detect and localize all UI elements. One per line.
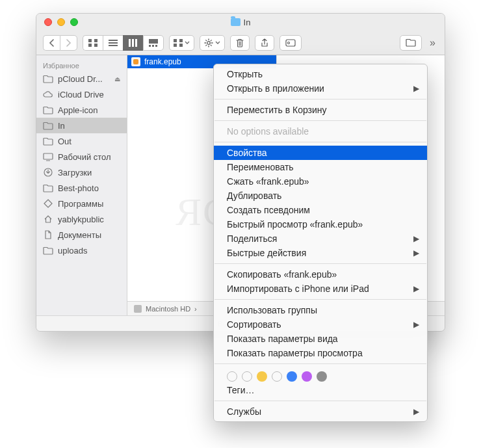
column-view-button[interactable] <box>123 35 143 51</box>
svg-rect-28 <box>44 153 53 159</box>
tags-button[interactable] <box>280 35 302 51</box>
folder-icon <box>231 18 240 26</box>
svg-rect-2 <box>88 44 92 47</box>
file-name: frank.epub <box>144 57 181 66</box>
sidebar-item[interactable]: Программы <box>36 196 127 211</box>
submenu-arrow-icon: ▶ <box>413 84 419 93</box>
sidebar-item[interactable]: iCloud Drive <box>36 86 127 102</box>
action-button[interactable] <box>200 35 225 51</box>
svg-line-26 <box>205 44 207 46</box>
disk-icon <box>134 305 142 313</box>
gallery-view-button[interactable] <box>143 35 164 51</box>
back-button[interactable] <box>43 35 60 51</box>
tag-color-dot[interactable] <box>317 371 327 382</box>
menu-item-label: Быстрый просмотр «frank.epub» <box>227 219 363 230</box>
menu-item-label: Открыть <box>227 69 263 79</box>
sidebar-item-label: Apple-icon <box>58 105 98 115</box>
new-folder-button[interactable] <box>400 35 422 51</box>
toolbar-overflow-button[interactable]: » <box>427 37 438 49</box>
sidebar-item-icon <box>43 89 53 99</box>
list-view-button[interactable] <box>103 35 123 51</box>
eject-icon[interactable]: ⏏ <box>114 75 120 83</box>
tag-color-dot[interactable] <box>287 371 297 382</box>
arrange-button[interactable] <box>169 35 194 51</box>
svg-rect-12 <box>152 45 154 47</box>
menu-item-label: Переименовать <box>227 162 294 172</box>
menu-item-label: Сортировать <box>227 319 281 330</box>
sidebar-item[interactable]: Best-photo <box>36 180 127 196</box>
menu-item-label: Показать параметры вида <box>227 334 338 344</box>
menu-item-label: Использовать группы <box>227 305 317 315</box>
menu-separator <box>214 299 426 300</box>
menu-item[interactable]: Теги… <box>214 383 427 397</box>
share-button[interactable] <box>255 35 274 51</box>
menu-item[interactable]: Открыть в приложении▶ <box>214 81 427 96</box>
sidebar-item[interactable]: Документы <box>36 227 127 243</box>
menu-item[interactable]: Скопировать «frank.epub» <box>214 267 427 282</box>
menu-item[interactable]: Дублировать <box>214 189 427 203</box>
path-root: Macintosh HD <box>146 305 190 313</box>
menu-item[interactable]: Свойства <box>214 146 427 160</box>
menu-item-label: Поделиться <box>227 233 277 244</box>
sidebar-item[interactable]: Загрузки <box>36 165 127 180</box>
menu-item[interactable]: Показать параметры вида <box>214 332 427 346</box>
svg-rect-14 <box>174 39 177 42</box>
submenu-arrow-icon: ▶ <box>413 248 419 257</box>
menu-item-label: Быстрые действия <box>227 248 306 258</box>
path-chevron: › <box>194 305 197 313</box>
menu-item: No options available <box>214 124 427 138</box>
sidebar-item[interactable]: Рабочий стол <box>36 149 127 165</box>
tag-color-dot[interactable] <box>302 371 312 382</box>
svg-rect-10 <box>149 39 158 44</box>
sidebar-item[interactable]: pCloud Dr...⏏ <box>36 71 127 86</box>
sidebar-item[interactable]: Apple-icon <box>36 102 127 118</box>
submenu-arrow-icon: ▶ <box>413 320 419 329</box>
menu-item[interactable]: Сортировать▶ <box>214 317 427 332</box>
svg-rect-7 <box>129 39 131 47</box>
sidebar-item-label: Программы <box>58 199 103 209</box>
toolbar: » <box>36 31 445 55</box>
menu-item-label: Службы <box>227 406 261 417</box>
submenu-arrow-icon: ▶ <box>413 284 419 293</box>
svg-rect-4 <box>109 40 118 41</box>
svg-line-25 <box>211 40 212 41</box>
tag-color-dot[interactable] <box>242 371 252 382</box>
menu-item-label: Теги… <box>227 385 254 395</box>
menu-item[interactable]: Сжать «frank.epub» <box>214 174 427 189</box>
sidebar-item-label: Документы <box>58 230 101 240</box>
tag-color-dot[interactable] <box>257 371 267 382</box>
sidebar-item[interactable]: yablykpublic <box>36 211 127 227</box>
icon-view-button[interactable] <box>83 35 103 51</box>
trash-button[interactable] <box>230 35 250 51</box>
sidebar-item-label: In <box>58 121 65 131</box>
sidebar-item-icon <box>43 183 53 193</box>
menu-item[interactable]: Переместить в Корзину <box>214 103 427 117</box>
menu-item[interactable]: Быстрые действия▶ <box>214 246 427 260</box>
menu-item[interactable]: Открыть <box>214 67 427 81</box>
sidebar-item[interactable]: Out <box>36 133 127 149</box>
forward-button[interactable] <box>60 35 77 51</box>
sidebar-item-icon <box>43 152 53 162</box>
sidebar-item-icon <box>43 245 53 256</box>
menu-item[interactable]: Службы▶ <box>214 404 427 419</box>
menu-item-label: Дублировать <box>227 191 281 201</box>
tag-color-dot[interactable] <box>227 371 237 382</box>
sidebar-item[interactable]: In <box>36 118 127 133</box>
menu-item[interactable]: Поделиться▶ <box>214 231 427 246</box>
tag-color-dot[interactable] <box>272 371 282 382</box>
sidebar: Избранное pCloud Dr...⏏iCloud DriveApple… <box>36 55 127 315</box>
menu-item-label: Создать псевдоним <box>227 205 310 215</box>
menu-item-label: No options available <box>227 126 309 137</box>
sidebar-item-icon <box>43 105 53 115</box>
menu-item[interactable]: Использовать группы <box>214 303 427 317</box>
menu-item-label: Свойства <box>227 148 266 158</box>
menu-item[interactable]: Импортировать с iPhone или iPad▶ <box>214 282 427 296</box>
window-title-text: In <box>244 18 251 27</box>
menu-item[interactable]: Быстрый просмотр «frank.epub» <box>214 217 427 231</box>
menu-item[interactable]: Создать псевдоним <box>214 203 427 217</box>
sidebar-item[interactable]: uploads <box>36 243 127 258</box>
menu-item[interactable]: Показать параметры просмотра <box>214 346 427 360</box>
menu-item-label: Скопировать «frank.epub» <box>227 269 337 280</box>
sidebar-item-icon <box>43 167 53 178</box>
menu-item[interactable]: Переименовать <box>214 160 427 174</box>
